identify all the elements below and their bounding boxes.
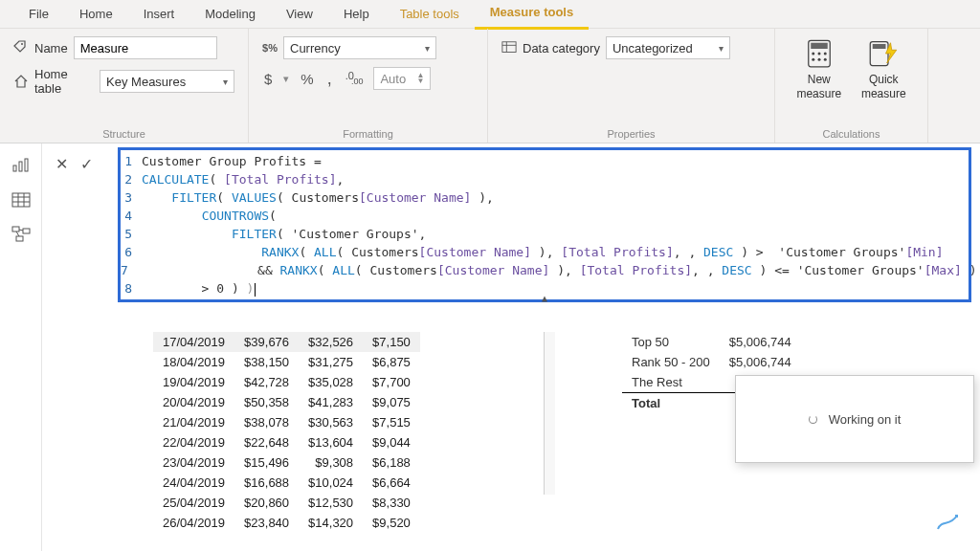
data-category-dropdown[interactable]: Uncategorized ▾ [606,36,730,59]
cell: $32,526 [299,332,363,352]
commit-formula-button[interactable]: ✓ [77,154,96,173]
cell: $31,275 [299,352,363,372]
report-view-button[interactable] [8,155,34,176]
code-line[interactable]: 4 COUNTROWS( [121,207,969,225]
resize-grip-icon[interactable]: ▲ [542,289,547,307]
svg-point-6 [812,53,814,55]
cell: $20,860 [234,493,299,513]
home-table-dropdown[interactable]: Key Measures ▾ [100,70,234,93]
data-view-button[interactable] [8,189,34,210]
table-row[interactable]: 17/04/2019$39,676$32,526$7,150 [153,332,420,352]
svg-rect-16 [25,159,28,171]
cancel-formula-button[interactable]: ✕ [52,154,71,173]
thousands-separator-button[interactable]: , [325,69,334,89]
formula-editor[interactable]: 1Customer Group Profits =2CALCULATE( [To… [119,148,970,301]
stepper-down-icon[interactable]: ▼ [416,78,424,84]
new-measure-label: New measure [796,73,841,101]
code-line[interactable]: 6 RANKX( ALL( Customers[Customer Name] )… [121,243,969,261]
cell: $42,728 [234,372,299,392]
cell: $22,648 [234,432,299,452]
help-floater-icon[interactable] [936,514,959,536]
svg-point-10 [817,58,820,61]
tab-help[interactable]: Help [328,0,385,29]
chevron-down-icon: ▾ [283,73,289,85]
formatting-group-label: Formatting [262,124,474,143]
table-row[interactable]: 25/04/2019$20,860$12,530$8,330 [153,493,420,513]
formula-bar: ✕ ✓ 1Customer Group Profits =2CALCULATE(… [52,148,970,301]
code-line[interactable]: 1Customer Group Profits = [121,152,969,170]
category-icon [501,40,517,55]
new-measure-button[interactable]: New measure [789,36,850,101]
decimal-button[interactable]: .0.00 [344,73,368,84]
decimal-places-value: Auto [380,72,406,86]
code-line[interactable]: 2CALCULATE( [Total Profits], [121,170,969,188]
name-input[interactable] [74,36,217,59]
percent-button[interactable]: % [299,71,315,87]
svg-line-26 [16,231,19,236]
loading-tooltip: Working on it [735,375,974,463]
tab-measure-tools[interactable]: Measure tools [475,0,589,30]
table-row[interactable]: 22/04/2019$22,648$13,604$9,044 [153,432,420,452]
svg-line-25 [19,230,23,231]
cell: $6,188 [363,452,420,473]
format-dropdown[interactable]: Currency ▾ [283,36,436,59]
code-line[interactable]: 3 FILTER( VALUES( Customers[Customer Nam… [121,188,969,207]
svg-rect-15 [19,162,22,171]
cell: $9,308 [299,452,363,473]
ribbon: Name Home table Key Measures ▾ Structure… [0,29,980,143]
table-row[interactable]: Top 50$5,006,744 [622,332,801,352]
table-row[interactable]: 20/04/2019$50,358$41,283$9,075 [153,392,420,412]
currency-symbol-button[interactable]: $ [262,71,274,87]
home-icon [13,74,29,89]
table-row[interactable]: 23/04/2019$15,496$9,308$6,188 [153,452,420,473]
cell: $15,496 [234,452,299,473]
home-table-label: Home table [34,67,94,96]
view-rail [0,143,42,551]
svg-rect-23 [23,229,30,233]
cell: 20/04/2019 [153,392,234,412]
cell: $38,078 [234,412,299,432]
calculator-lightning-icon [868,38,899,69]
cell: $7,700 [363,372,420,392]
tab-insert[interactable]: Insert [128,0,190,29]
chevron-down-icon: ▾ [223,77,228,87]
data-category-label: Data category [523,41,600,55]
chevron-down-icon: ▾ [719,43,724,54]
visual-divider [544,332,555,495]
quick-measure-button[interactable]: Quick measure [854,36,915,101]
code-line[interactable]: 7 && RANKX( ALL( Customers[Customer Name… [121,261,969,279]
model-view-button[interactable] [8,224,34,245]
cell: $39,676 [234,332,299,352]
table-row[interactable]: 26/04/2019$23,840$14,320$9,520 [153,513,420,533]
cell: $9,075 [363,392,420,412]
ribbon-group-formatting: $% Currency ▾ $ ▾ % , .0.00 Auto [249,29,488,143]
tab-home[interactable]: Home [64,0,128,29]
code-line[interactable]: 5 FILTER( 'Customer Groups', [121,225,969,243]
decimal-places-input[interactable]: Auto ▲ ▼ [373,67,431,90]
cell: $13,604 [299,432,363,452]
cell: Top 50 [622,332,720,352]
properties-group-label: Properties [501,124,761,143]
svg-point-8 [824,53,827,55]
table-row[interactable]: 18/04/2019$38,150$31,275$6,875 [153,352,420,372]
table-row[interactable]: Rank 50 - 200$5,006,744 [622,352,801,372]
tab-view[interactable]: View [271,0,328,29]
cell: 21/04/2019 [153,412,234,432]
cell: $35,028 [299,372,363,392]
svg-rect-5 [811,43,828,49]
cell: 22/04/2019 [153,432,234,452]
tab-table-tools[interactable]: Table tools [385,0,475,29]
table-row[interactable]: 21/04/2019$38,078$30,563$7,515 [153,412,420,432]
table-row[interactable]: 24/04/2019$16,688$10,024$6,664 [153,473,420,493]
cell: 23/04/2019 [153,452,234,473]
tab-modeling[interactable]: Modeling [189,0,271,29]
cell: 18/04/2019 [153,352,234,372]
cell: $7,150 [363,332,420,352]
quick-measure-label: Quick measure [861,73,906,101]
calculations-group-label: Calculations [789,124,914,143]
ribbon-group-properties: Data category Uncategorized ▾ Properties [488,29,775,143]
cell: $12,530 [299,493,363,513]
table-row[interactable]: 19/04/2019$42,728$35,028$7,700 [153,372,420,392]
tab-file[interactable]: File [13,0,64,29]
cell: 24/04/2019 [153,473,234,493]
